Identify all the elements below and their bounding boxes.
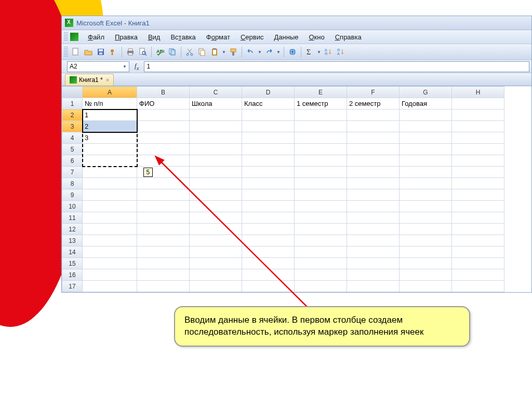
cell-G13[interactable] [400,235,452,246]
cell-D4[interactable] [242,132,295,144]
cell-C1[interactable]: Школа [190,98,242,109]
cell-G9[interactable] [400,189,452,201]
cell-E10[interactable] [295,201,347,212]
cell-D16[interactable] [242,269,295,281]
cell-A10[interactable] [83,201,137,212]
cell-F11[interactable] [347,212,400,224]
cell-A2[interactable]: 1 [83,109,137,121]
cell-B3[interactable] [137,121,190,132]
col-header-E[interactable]: E [295,87,347,98]
cell-D10[interactable] [242,201,295,212]
cell-F14[interactable] [347,246,400,258]
cell-G10[interactable] [400,201,452,212]
cell-D14[interactable] [242,246,295,258]
cell-B4[interactable] [137,132,190,144]
row-header-9[interactable]: 9 [62,189,83,201]
cell-B6[interactable] [137,155,190,167]
cell-G14[interactable] [400,246,452,258]
cell-C14[interactable] [190,246,242,258]
select-all-corner[interactable] [62,87,83,98]
cut-button[interactable] [184,46,195,58]
cell-C17[interactable] [190,281,242,292]
menu-файл[interactable]: Файл [83,32,110,43]
col-header-A[interactable]: A [83,87,137,98]
undo-dropdown[interactable]: ▼ [257,50,262,54]
cell-C12[interactable] [190,224,242,235]
cell-D9[interactable] [242,189,295,201]
cell-H13[interactable] [452,235,504,246]
cell-H1[interactable] [452,98,504,109]
app-icon[interactable] [70,33,78,41]
menu-правка[interactable]: Правка [110,32,143,43]
redo-button[interactable] [263,46,275,58]
cell-H15[interactable] [452,258,504,269]
col-header-D[interactable]: D [242,87,295,98]
row-header-14[interactable]: 14 [62,246,83,258]
menu-окно[interactable]: Окно [303,32,329,43]
row-header-3[interactable]: 3 [62,121,83,132]
print-button[interactable] [125,46,136,58]
format-painter-button[interactable] [228,46,239,58]
cell-C16[interactable] [190,269,242,281]
cell-F8[interactable] [347,178,400,189]
cell-D17[interactable] [242,281,295,292]
cell-H4[interactable] [452,132,504,144]
cell-G2[interactable] [400,109,452,121]
col-header-F[interactable]: F [347,87,400,98]
cell-A3[interactable]: 2 [83,121,137,132]
cell-F12[interactable] [347,224,400,235]
row-header-11[interactable]: 11 [62,212,83,224]
cell-F6[interactable] [347,155,400,167]
cell-E17[interactable] [295,281,347,292]
cell-H10[interactable] [452,201,504,212]
cell-A13[interactable] [83,235,137,246]
menu-данные[interactable]: Данные [269,32,303,43]
new-button[interactable] [70,46,82,58]
toolbar-grip[interactable] [64,47,68,57]
cell-H12[interactable] [452,224,504,235]
cell-D2[interactable] [242,109,295,121]
cell-E16[interactable] [295,269,347,281]
cell-E11[interactable] [295,212,347,224]
cell-E3[interactable] [295,121,347,132]
cell-G12[interactable] [400,224,452,235]
cell-C11[interactable] [190,212,242,224]
hyperlink-button[interactable] [287,46,298,58]
cell-H5[interactable] [452,144,504,155]
cell-A9[interactable] [83,189,137,201]
formula-input[interactable]: 1 [144,61,529,72]
cell-G8[interactable] [400,178,452,189]
row-header-17[interactable]: 17 [62,281,83,292]
cell-G1[interactable]: Годовая [400,98,452,109]
cell-D1[interactable]: Класс [242,98,295,109]
cell-G17[interactable] [400,281,452,292]
cell-G16[interactable] [400,269,452,281]
cell-F1[interactable]: 2 семестр [347,98,400,109]
cell-H11[interactable] [452,212,504,224]
cell-E1[interactable]: 1 семестр [295,98,347,109]
cell-D7[interactable] [242,167,295,178]
undo-button[interactable] [245,46,256,58]
col-header-B[interactable]: B [137,87,190,98]
cell-D5[interactable] [242,144,295,155]
permission-button[interactable] [108,46,119,58]
cell-F15[interactable] [347,258,400,269]
cell-H16[interactable] [452,269,504,281]
cell-H6[interactable] [452,155,504,167]
cell-A17[interactable] [83,281,137,292]
cell-C3[interactable] [190,121,242,132]
open-button[interactable] [83,46,94,58]
menubar-grip[interactable] [64,32,68,42]
cell-F10[interactable] [347,201,400,212]
cell-B13[interactable] [137,235,190,246]
row-header-16[interactable]: 16 [62,269,83,281]
cell-D15[interactable] [242,258,295,269]
cell-E6[interactable] [295,155,347,167]
row-header-12[interactable]: 12 [62,224,83,235]
cell-H17[interactable] [452,281,504,292]
cell-H7[interactable] [452,167,504,178]
cell-B1[interactable]: ФИО [137,98,190,109]
menu-справка[interactable]: Справка [330,32,367,43]
row-header-8[interactable]: 8 [62,178,83,189]
cell-G7[interactable] [400,167,452,178]
